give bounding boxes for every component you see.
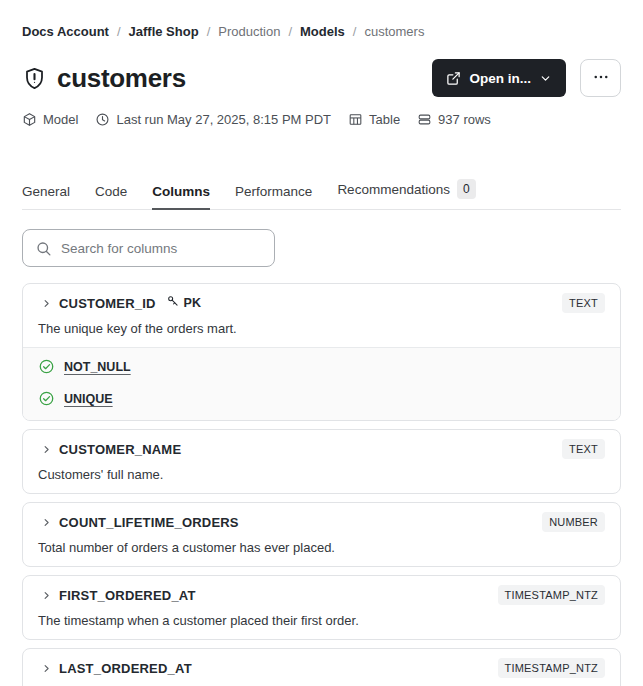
meta-resource-type-label: Model <box>43 112 78 127</box>
tab-label: General <box>22 184 70 199</box>
column-description: Customers' full name. <box>38 466 605 483</box>
tab-performance[interactable]: Performance <box>235 184 312 209</box>
column-type-badge: NUMBER <box>542 512 605 532</box>
column-card-main: LAST_ORDERED_ATTIMESTAMP_NTZThe timestam… <box>23 649 620 686</box>
column-card-main: COUNT_LIFETIME_ORDERSNUMBERTotal number … <box>23 503 620 566</box>
clock-icon <box>95 112 110 127</box>
test-link-unique[interactable]: UNIQUE <box>64 392 113 406</box>
column-card-customer-name: CUSTOMER_NAMETEXTCustomers' full name. <box>22 429 621 494</box>
chevron-right-icon <box>41 590 52 601</box>
test-link-not-null[interactable]: NOT_NULL <box>64 360 131 374</box>
breadcrumb-item-production[interactable]: Production <box>218 24 280 39</box>
tab-label: Code <box>95 184 127 199</box>
column-description: The unique key of the orders mart. <box>38 320 605 337</box>
breadcrumb-item-customers[interactable]: customers <box>364 24 424 39</box>
column-header[interactable]: FIRST_ORDERED_ATTIMESTAMP_NTZ <box>38 585 605 605</box>
meta-materialization: Table <box>348 112 400 127</box>
meta-row-count-label: 937 rows <box>438 112 491 127</box>
tab-code[interactable]: Code <box>95 184 127 209</box>
breadcrumb-separator: / <box>117 24 121 39</box>
open-in-label: Open in... <box>469 71 531 86</box>
tab-bar: GeneralCodeColumnsPerformanceRecommendat… <box>22 179 621 210</box>
open-in-button[interactable]: Open in... <box>432 59 566 97</box>
column-card-customer-id: CUSTOMER_IDPKTEXTThe unique key of the o… <box>22 283 621 421</box>
breadcrumb-separator: / <box>353 24 357 39</box>
tab-columns[interactable]: Columns <box>152 184 210 209</box>
column-card-main: FIRST_ORDERED_ATTIMESTAMP_NTZThe timesta… <box>23 576 620 639</box>
tab-count-badge: 0 <box>457 179 476 199</box>
tab-label: Recommendations <box>337 182 450 197</box>
column-tests: NOT_NULLUNIQUE <box>23 347 620 420</box>
breadcrumb-item-docs-account[interactable]: Docs Account <box>22 24 109 39</box>
column-type-badge: TEXT <box>562 293 605 313</box>
column-card-first-ordered-at: FIRST_ORDERED_ATTIMESTAMP_NTZThe timesta… <box>22 575 621 640</box>
title-wrap: customers <box>22 63 186 94</box>
search-icon <box>35 240 52 257</box>
meta-materialization-label: Table <box>369 112 400 127</box>
column-type-badge: TEXT <box>562 439 605 459</box>
shield-exclamation-icon <box>22 66 47 91</box>
cube-icon <box>22 112 37 127</box>
meta-row-count: 937 rows <box>417 112 491 127</box>
check-circle-icon <box>38 390 55 407</box>
more-button[interactable] <box>580 59 621 97</box>
column-card-count-lifetime-orders: COUNT_LIFETIME_ORDERSNUMBERTotal number … <box>22 502 621 567</box>
chevron-down-icon <box>539 72 552 85</box>
meta-resource-type: Model <box>22 112 78 127</box>
key-icon <box>166 294 180 312</box>
chevron-right-icon <box>41 517 52 528</box>
breadcrumb-item-jaffle-shop[interactable]: Jaffle Shop <box>129 24 199 39</box>
tab-recommendations[interactable]: Recommendations0 <box>337 179 475 209</box>
test-row-not-null: NOT_NULL <box>38 358 605 375</box>
column-type-badge: TIMESTAMP_NTZ <box>498 658 605 678</box>
meta-row: ModelLast run May 27, 2025, 8:15 PM PDTT… <box>22 112 621 127</box>
header-actions: Open in... <box>432 59 621 97</box>
model-detail-page: Docs Account/Jaffle Shop/Production/Mode… <box>0 0 643 686</box>
column-name: CUSTOMER_NAME <box>59 442 181 457</box>
primary-key-indicator: PK <box>166 294 201 312</box>
chevron-right-icon <box>41 444 52 455</box>
column-header[interactable]: CUSTOMER_NAMETEXT <box>38 439 605 459</box>
breadcrumb-separator: / <box>288 24 292 39</box>
tab-label: Performance <box>235 184 312 199</box>
breadcrumb: Docs Account/Jaffle Shop/Production/Mode… <box>22 24 621 39</box>
rows-icon <box>417 112 432 127</box>
column-description: Total number of orders a customer has ev… <box>38 539 605 556</box>
column-name: COUNT_LIFETIME_ORDERS <box>59 515 239 530</box>
chevron-right-icon <box>41 298 52 309</box>
pk-label: PK <box>184 296 201 310</box>
search-box <box>22 229 275 267</box>
external-link-icon <box>446 71 461 86</box>
column-header[interactable]: CUSTOMER_IDPKTEXT <box>38 293 605 313</box>
tab-general[interactable]: General <box>22 184 70 209</box>
meta-last-run: Last run May 27, 2025, 8:15 PM PDT <box>95 112 331 127</box>
column-card-last-ordered-at: LAST_ORDERED_ATTIMESTAMP_NTZThe timestam… <box>22 648 621 686</box>
column-card-main: CUSTOMER_NAMETEXTCustomers' full name. <box>23 430 620 493</box>
test-row-unique: UNIQUE <box>38 390 605 407</box>
column-type-badge: TIMESTAMP_NTZ <box>498 585 605 605</box>
ellipsis-icon <box>592 68 610 89</box>
search-input[interactable] <box>61 241 262 256</box>
column-list: CUSTOMER_IDPKTEXTThe unique key of the o… <box>22 283 621 686</box>
chevron-right-icon <box>41 663 52 674</box>
tab-label: Columns <box>152 184 210 199</box>
page-title: customers <box>57 63 186 94</box>
page-header: customers Open in... <box>22 58 621 98</box>
column-name: LAST_ORDERED_AT <box>59 661 192 676</box>
check-circle-icon <box>38 358 55 375</box>
column-header[interactable]: LAST_ORDERED_ATTIMESTAMP_NTZ <box>38 658 605 678</box>
breadcrumb-item-models[interactable]: Models <box>300 24 345 39</box>
breadcrumb-separator: / <box>207 24 211 39</box>
column-name: CUSTOMER_ID <box>59 296 156 311</box>
column-description: The timestamp when a customer placed the… <box>38 612 605 629</box>
column-card-main: CUSTOMER_IDPKTEXTThe unique key of the o… <box>23 284 620 347</box>
column-name: FIRST_ORDERED_AT <box>59 588 196 603</box>
meta-last-run-label: Last run May 27, 2025, 8:15 PM PDT <box>116 112 331 127</box>
table-icon <box>348 112 363 127</box>
column-header[interactable]: COUNT_LIFETIME_ORDERSNUMBER <box>38 512 605 532</box>
